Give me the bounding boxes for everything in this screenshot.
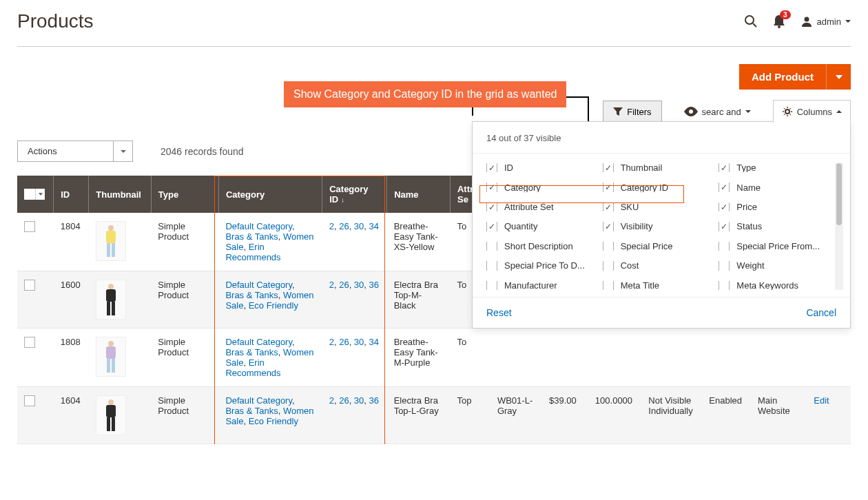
category-link[interactable]: Bras & Tanks: [225, 290, 278, 300]
row-checkbox[interactable]: [24, 221, 35, 232]
checkbox[interactable]: [486, 222, 497, 231]
filters-button[interactable]: Filters: [603, 101, 661, 123]
row-checkbox[interactable]: [24, 337, 35, 348]
admin-dropdown[interactable]: admin: [800, 15, 851, 28]
checkbox[interactable]: [719, 183, 730, 191]
category-id-link[interactable]: 30: [354, 337, 364, 347]
category-id-link[interactable]: 2: [329, 337, 334, 347]
category-link[interactable]: Eco Friendly: [249, 300, 298, 311]
category-id-link[interactable]: 26: [339, 221, 349, 231]
search-icon[interactable]: [744, 14, 758, 28]
checkbox[interactable]: [486, 242, 497, 251]
category-id-link[interactable]: 36: [369, 395, 379, 406]
category-id-link[interactable]: 34: [369, 337, 379, 347]
columns-cancel-link[interactable]: Cancel: [806, 307, 836, 318]
category-link[interactable]: Default Category: [225, 395, 292, 406]
category-id-link[interactable]: 30: [354, 280, 364, 290]
category-link[interactable]: Bras & Tanks: [225, 406, 278, 416]
columns-label: Columns: [797, 107, 832, 117]
column-toggle[interactable]: Meta Keywords: [719, 281, 835, 290]
checkbox[interactable]: [719, 242, 730, 251]
product-thumbnail[interactable]: [96, 337, 126, 377]
checkbox[interactable]: [719, 202, 730, 211]
checkbox[interactable]: [603, 202, 614, 211]
column-toggle[interactable]: Category: [486, 183, 603, 191]
column-toggle[interactable]: Attribute Set: [486, 202, 603, 211]
col-header-id[interactable]: ID: [54, 176, 89, 213]
add-product-button[interactable]: Add Product: [739, 64, 826, 90]
column-toggle[interactable]: Meta Title: [603, 281, 719, 290]
column-toggle[interactable]: Status: [719, 222, 835, 231]
column-toggle[interactable]: Cost: [603, 261, 719, 270]
checkbox[interactable]: [719, 163, 730, 172]
table-row[interactable]: 1604Simple ProductDefault Category, Bras…: [17, 387, 851, 444]
checkbox[interactable]: [603, 281, 614, 290]
column-toggle[interactable]: Special Price To D...: [486, 261, 603, 270]
column-toggle[interactable]: Manufacturer: [486, 281, 603, 290]
category-id-link[interactable]: 26: [339, 337, 349, 347]
edit-link[interactable]: Edit: [814, 395, 829, 406]
product-thumbnail[interactable]: [96, 221, 126, 261]
category-id-link[interactable]: 2: [329, 221, 334, 231]
category-id-link[interactable]: 26: [339, 395, 349, 406]
columns-dropdown[interactable]: Columns: [773, 100, 851, 123]
column-toggle[interactable]: Quantity: [486, 222, 603, 231]
checkbox[interactable]: [486, 183, 497, 191]
columns-reset-link[interactable]: Reset: [486, 307, 512, 318]
column-toggle[interactable]: Thumbnail: [603, 163, 719, 172]
category-link[interactable]: Bras & Tanks: [225, 347, 278, 357]
column-toggle[interactable]: Type: [719, 163, 835, 172]
column-toggle[interactable]: Name: [719, 183, 835, 191]
category-id-link[interactable]: 30: [354, 221, 364, 231]
checkbox[interactable]: [719, 222, 730, 231]
checkbox[interactable]: [486, 261, 497, 270]
checkbox[interactable]: [486, 281, 497, 290]
col-header-category[interactable]: Category: [218, 176, 322, 213]
category-link[interactable]: Eco Friendly: [249, 416, 298, 426]
checkbox[interactable]: [486, 163, 497, 172]
col-header-name[interactable]: Name: [387, 176, 451, 213]
column-toggle[interactable]: Price: [719, 202, 835, 211]
table-row[interactable]: 1808Simple ProductDefault Category, Bras…: [17, 329, 851, 387]
col-header-thumbnail[interactable]: Thumbnail: [89, 176, 152, 213]
col-header-type[interactable]: Type: [151, 176, 218, 213]
columns-panel-scrollbar[interactable]: [835, 163, 843, 290]
row-checkbox[interactable]: [24, 395, 35, 406]
select-all-checkbox[interactable]: [24, 189, 35, 200]
product-thumbnail[interactable]: [96, 280, 126, 320]
checkbox[interactable]: [486, 202, 497, 211]
bulk-actions-select[interactable]: Actions: [17, 140, 133, 162]
category-id-link[interactable]: 2: [329, 395, 334, 406]
column-toggle[interactable]: Visibility: [603, 222, 719, 231]
row-checkbox[interactable]: [24, 280, 35, 291]
category-id-link[interactable]: 2: [329, 280, 334, 290]
column-toggle[interactable]: Short Description: [486, 242, 603, 251]
add-product-dropdown[interactable]: [826, 64, 851, 90]
checkbox[interactable]: [603, 183, 614, 191]
checkbox[interactable]: [719, 261, 730, 270]
checkbox[interactable]: [603, 222, 614, 231]
category-link[interactable]: Default Category: [225, 337, 292, 347]
column-toggle[interactable]: Weight: [719, 261, 835, 270]
category-id-link[interactable]: 26: [339, 280, 349, 290]
checkbox[interactable]: [603, 163, 614, 172]
category-id-link[interactable]: 34: [369, 221, 379, 231]
notification-icon[interactable]: 3: [773, 14, 785, 28]
column-toggle[interactable]: Special Price: [603, 242, 719, 251]
column-toggle[interactable]: SKU: [603, 202, 719, 211]
category-id-link[interactable]: 30: [354, 395, 364, 406]
col-header-category-id[interactable]: Category ID↓: [322, 176, 387, 213]
column-toggle[interactable]: Special Price From...: [719, 242, 835, 251]
category-link[interactable]: Default Category: [225, 280, 292, 290]
checkbox[interactable]: [719, 281, 730, 290]
column-toggle[interactable]: Category ID: [603, 183, 719, 191]
select-all-dropdown[interactable]: [35, 189, 45, 200]
view-dropdown[interactable]: searc and: [684, 107, 751, 117]
checkbox[interactable]: [603, 242, 614, 251]
category-id-link[interactable]: 36: [369, 280, 379, 290]
category-link[interactable]: Bras & Tanks: [225, 231, 278, 242]
product-thumbnail[interactable]: [96, 395, 126, 435]
checkbox[interactable]: [603, 261, 614, 270]
category-link[interactable]: Default Category: [225, 221, 292, 231]
column-toggle[interactable]: ID: [486, 163, 603, 172]
